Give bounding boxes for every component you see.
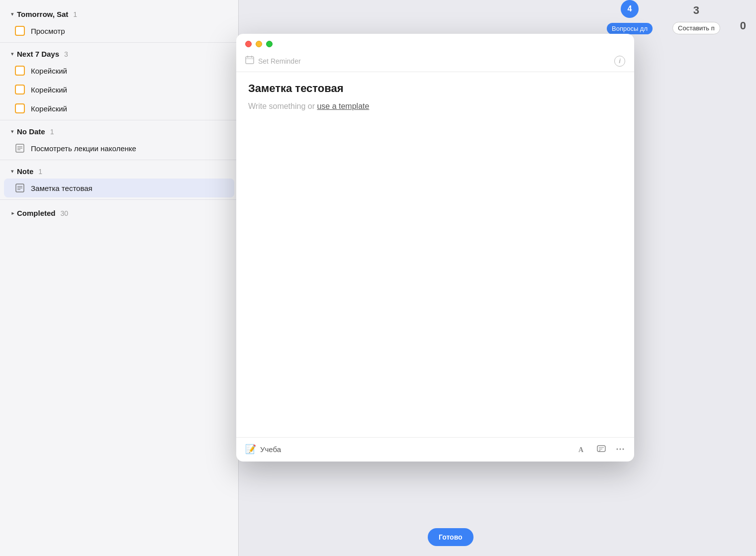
info-button[interactable]: i (614, 56, 625, 67)
section-count-next7: 3 (64, 50, 68, 58)
section-count-note: 1 (38, 168, 42, 176)
minimize-button[interactable] (256, 41, 262, 47)
more-options-button[interactable] (615, 444, 625, 454)
template-link[interactable]: use a template (317, 102, 369, 110)
task-item-lectures[interactable]: Посмотреть лекции наколенке (0, 139, 238, 158)
reminder-label: Set Reminder (258, 57, 301, 65)
checkbox-korean-1[interactable] (15, 66, 25, 76)
section-title-note: Note (17, 167, 33, 176)
section-next7: ▾ Next 7 Days 3 (0, 45, 238, 61)
separator-2 (0, 120, 238, 120)
right-top-item-2: 3 Составить п (662, 4, 730, 38)
task-label-korean-2: Корейский (31, 86, 67, 94)
modal-content[interactable]: Заметка тестовая Write something or use … (236, 74, 634, 437)
task-item-просмотр[interactable]: Просмотр (0, 21, 238, 40)
modal-titlebar (236, 34, 634, 52)
modal-divider (236, 72, 634, 72)
svg-point-16 (617, 449, 618, 450)
section-note: ▾ Note 1 (0, 162, 238, 179)
placeholder-text: Write something or (248, 102, 317, 110)
separator-4 (0, 199, 238, 200)
chevron-next7[interactable]: ▾ (11, 51, 14, 57)
section-count-nodate: 1 (50, 128, 54, 136)
bottom-blue-button[interactable]: Готово (428, 528, 473, 546)
section-title-tomorrow: Tomorrow, Sat (17, 10, 68, 18)
section-count-completed: 30 (61, 209, 69, 217)
chevron-tomorrow[interactable]: ▾ (11, 11, 14, 17)
task-label-korean-3: Корейский (31, 104, 67, 113)
chevron-nodate[interactable]: ▾ (11, 128, 14, 135)
note-title: Заметка тестовая (248, 82, 622, 95)
section-nodate: ▾ No Date 1 (0, 122, 238, 139)
separator-3 (0, 160, 238, 160)
top-pill-1[interactable]: Вопросы дл (607, 23, 653, 34)
section-title-nodate: No Date (17, 127, 45, 136)
sidebar: ▾ Tomorrow, Sat 1 Просмотр ▾ Next 7 Days… (0, 0, 239, 556)
reminder-bar: Set Reminder i (236, 52, 634, 72)
checkbox-korean-2[interactable] (15, 85, 25, 94)
section-count-tomorrow: 1 (73, 10, 77, 18)
section-completed[interactable]: ▾ Completed 30 (0, 202, 238, 220)
task-item-korean-1[interactable]: Корейский (0, 61, 238, 80)
top-circle-4: 4 (621, 0, 639, 18)
close-button[interactable] (245, 41, 252, 47)
separator-1 (0, 42, 238, 43)
modal-footer: 📝 Учеба A (236, 437, 634, 462)
section-title-next7: Next 7 Days (17, 50, 59, 58)
note-detail-modal: Set Reminder i Заметка тестовая Write so… (236, 34, 634, 462)
checkbox-korean-3[interactable] (15, 103, 25, 113)
task-item-korean-2[interactable]: Корейский (0, 80, 238, 99)
right-top-item-1: 4 Вопросы дл (597, 0, 662, 38)
checkbox-просмотр[interactable] (15, 26, 25, 36)
top-number-0: 0 (740, 19, 746, 32)
task-label-zametka: Заметка тестовая (31, 184, 93, 192)
calendar-icon (245, 55, 254, 67)
task-label-lectures: Посмотреть лекции наколенке (31, 144, 136, 153)
reminder-left[interactable]: Set Reminder (245, 55, 301, 67)
info-icon: i (619, 57, 621, 65)
chevron-note[interactable]: ▾ (11, 168, 14, 175)
maximize-button[interactable] (266, 41, 273, 47)
task-item-korean-3[interactable]: Корейский (0, 99, 238, 118)
svg-rect-13 (597, 446, 605, 452)
list-name: Учеба (260, 445, 281, 454)
top-number-3: 3 (693, 4, 699, 17)
top-pill-2[interactable]: Составить п (672, 22, 720, 34)
svg-text:A: A (578, 446, 584, 454)
note-body[interactable]: Write something or use a template (248, 102, 622, 111)
footer-list-info: 📝 Учеба (245, 444, 281, 455)
section-title-completed: Completed (17, 209, 56, 217)
font-format-button[interactable]: A (577, 444, 587, 454)
list-emoji: 📝 (245, 444, 256, 455)
task-label-korean-1: Корейский (31, 67, 67, 75)
svg-rect-8 (246, 57, 254, 64)
task-item-note-selected[interactable]: Заметка тестовая (4, 179, 234, 197)
comment-button[interactable] (596, 444, 606, 454)
task-label-просмотр: Просмотр (31, 27, 65, 35)
chevron-completed[interactable]: ▾ (9, 212, 16, 215)
footer-actions: A (577, 444, 625, 454)
section-tomorrow: ▾ Tomorrow, Sat 1 (0, 5, 238, 21)
svg-point-17 (620, 449, 621, 450)
note-icon-zametka (15, 183, 25, 193)
right-top-item-3: 0 (730, 19, 756, 38)
note-list-icon-lectures (15, 143, 25, 153)
svg-point-18 (623, 449, 624, 450)
